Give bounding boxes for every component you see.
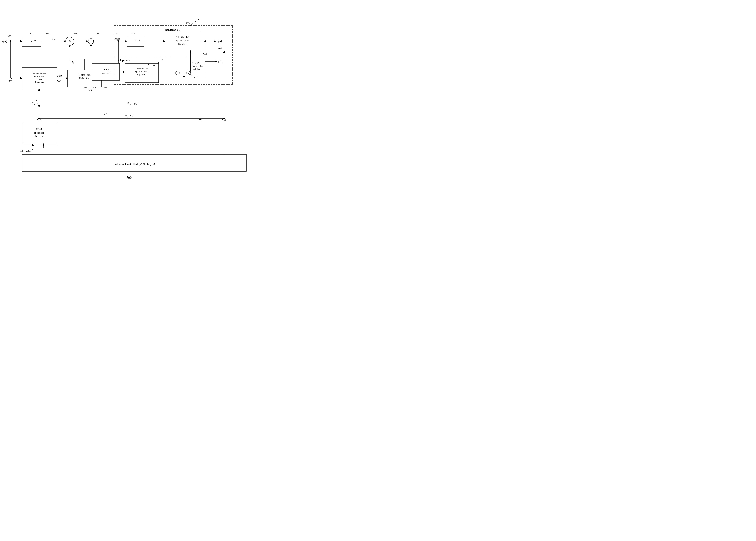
cij-sub: i,j	[127, 116, 129, 118]
wij-sub: i,j	[34, 103, 35, 105]
i5-label: i	[72, 61, 73, 64]
c-prime-sub: i,j	[195, 63, 197, 65]
z-N-exp: -N	[138, 39, 140, 41]
ram-line3: Weights)	[35, 135, 43, 138]
block-diagram: r(n) Z -n1 i b × + x(n) Z -N	[0, 0, 254, 182]
adaptive-tm2-line1: Adaptive T/M	[176, 36, 190, 39]
junction-input	[10, 40, 11, 42]
ref-501: 501	[160, 59, 164, 62]
select-label: Select	[25, 150, 32, 153]
at1-line3: Equalizer	[137, 73, 146, 76]
at1-line2: Spaced Linear	[135, 70, 149, 73]
multiply-symbol: ×	[69, 39, 71, 43]
c-prime-n: (n)	[197, 61, 200, 64]
adder-symbol: +	[90, 40, 92, 43]
ref-505: 505	[131, 32, 135, 35]
ref-507: 507	[193, 76, 197, 79]
na-line3: Linear	[37, 78, 43, 80]
ref-551: 551	[104, 113, 108, 116]
ref-503: 503	[203, 53, 207, 56]
z-n1-exp: -n1	[35, 39, 37, 41]
cij-n: (n)	[130, 114, 133, 117]
cij-label: C	[125, 114, 127, 117]
na-line2: T/M Spaced	[34, 75, 46, 77]
c-prime-label: C'	[192, 61, 195, 64]
cpe-line1: Carrier Phase	[78, 73, 92, 76]
z-N-label: Z	[135, 40, 137, 43]
ref-542: 542	[57, 80, 61, 83]
cij1-label: C	[127, 102, 129, 105]
ram-line1: RAM	[36, 128, 42, 131]
ts-line1: Training	[102, 68, 110, 71]
ref-502: 502	[30, 32, 33, 35]
wij-label: W	[31, 101, 34, 104]
g-n-label: g(n)	[57, 74, 62, 77]
switch1[interactable]	[176, 71, 180, 75]
ref-550: 550	[222, 119, 226, 122]
na-line4: Equalizer	[35, 81, 44, 83]
cij1-n: (n)	[134, 102, 137, 105]
interm-weights: intermediate	[192, 65, 204, 67]
ram-line2: (Equalizer	[34, 131, 44, 134]
adaptive-i-label: Adaptive I	[118, 59, 130, 62]
ref-552: 552	[199, 119, 202, 122]
ref-510: 510	[84, 86, 87, 89]
ref-534: 534	[88, 89, 92, 92]
r-n-label: r(n)	[2, 40, 7, 43]
interm-weights2: weights	[192, 68, 200, 70]
ib-label: i	[53, 37, 53, 40]
software-label: Software Controlled (MAC Layer)	[114, 163, 155, 166]
na-line1: Non-adaptive	[33, 72, 46, 75]
figure-number: 500	[127, 176, 132, 180]
ref-512: 512	[37, 119, 41, 122]
adaptive-tm2-line2: Spaced Linear	[176, 39, 190, 42]
ref-530: 530	[104, 86, 108, 89]
ref-506: 506	[186, 21, 190, 24]
cij1-sub: i,j-1	[129, 103, 132, 105]
ib-sub: b	[54, 39, 55, 41]
cpe-line2: Estimation	[79, 77, 90, 80]
adaptive-ii-label: Adaptive II	[165, 28, 180, 31]
ref-540: 540	[20, 150, 24, 153]
at1-line1: Adaptive T/M	[135, 67, 149, 70]
y-n-label: y(n)	[216, 40, 222, 43]
y-prime-label: y'(n)	[217, 60, 223, 63]
ref-526: 526	[93, 86, 97, 89]
z-n1-label: Z	[31, 40, 33, 43]
ref-522: 522	[218, 46, 222, 49]
ref-521: 521	[46, 32, 49, 35]
i5-sub: 5	[73, 62, 75, 64]
ref-504: 504	[73, 32, 77, 35]
adaptive-tm1-block	[125, 64, 159, 83]
ref-528: 528	[114, 32, 118, 35]
ref-520: 520	[7, 35, 11, 38]
ts-line2: Sequence	[101, 72, 111, 75]
ref-532: 532	[95, 32, 99, 35]
adaptive-tm2-line3: Equalizer	[178, 43, 188, 46]
ref-508: 508	[8, 80, 12, 83]
